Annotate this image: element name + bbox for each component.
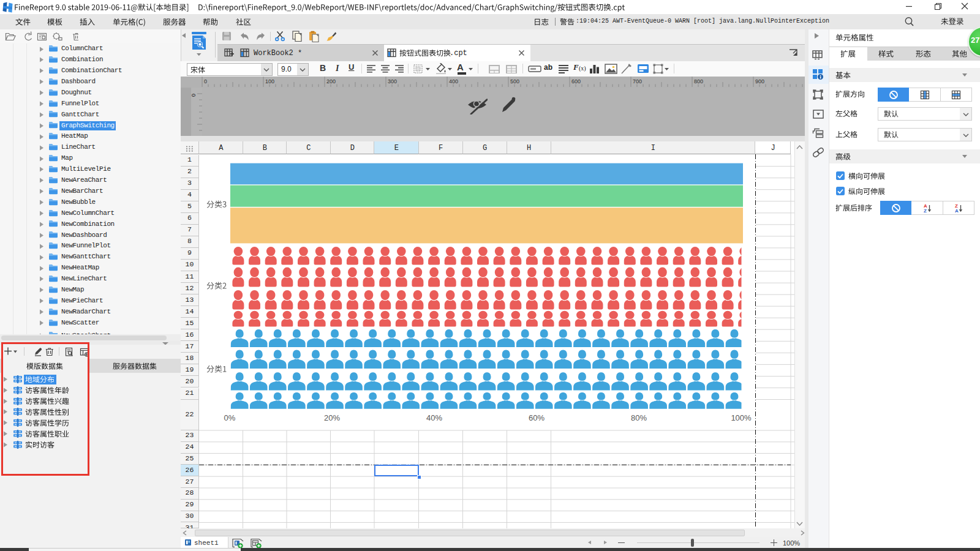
svg-text:0: 0 xyxy=(191,94,197,97)
svg-text:80%: 80% xyxy=(631,413,647,422)
svg-text:20%: 20% xyxy=(324,413,340,422)
svg-text:0%: 0% xyxy=(224,413,236,422)
svg-text:100%: 100% xyxy=(731,413,752,422)
svg-text:Z: Z xyxy=(924,208,927,213)
svg-text:40%: 40% xyxy=(426,413,442,422)
svg-text:A: A xyxy=(955,208,959,213)
svg-text:60%: 60% xyxy=(529,413,545,422)
